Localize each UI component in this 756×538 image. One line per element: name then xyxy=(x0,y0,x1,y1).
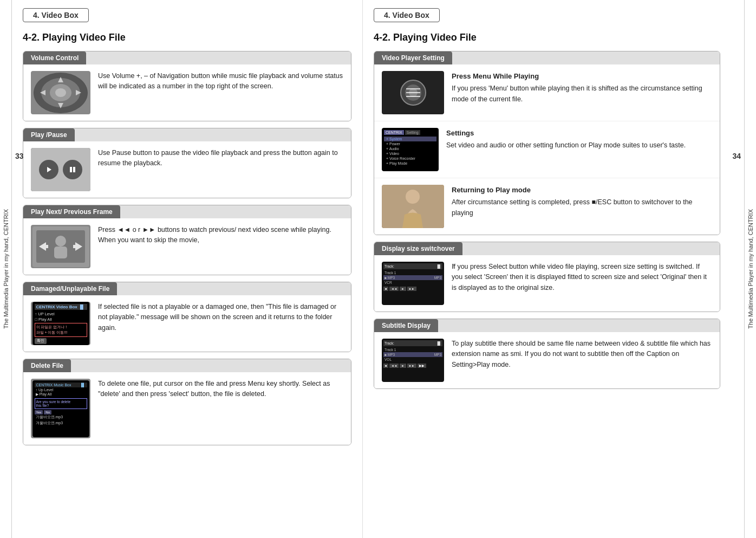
mb-file1: 가을바오연.mp3 xyxy=(35,414,87,420)
returning-title: Returning to Play mode xyxy=(452,185,712,196)
page-number-right: 34 xyxy=(732,152,741,160)
next-prev-visual xyxy=(32,226,89,267)
ds-btn4: ►► xyxy=(407,287,416,291)
play-next-prev-text: Press ◄◄ o r ►► buttons to watch previou… xyxy=(98,225,343,246)
svg-point-25 xyxy=(406,190,420,204)
fm-btn-ok: 확인 xyxy=(35,338,47,344)
menu-circle-svg xyxy=(400,79,427,106)
circle-icon xyxy=(400,79,427,106)
sub-btn3: ► xyxy=(400,364,406,368)
display-size-header: Display size switchover xyxy=(374,242,462,255)
svg-rect-17 xyxy=(73,245,75,248)
sub-row2: VOL xyxy=(383,357,442,362)
damaged-file-content: CENTRIX Video Box ▐▌ ↑ UP Level □ Play A… xyxy=(23,295,351,352)
right-page: 4. Video Box 4-2. Playing Video File Vid… xyxy=(363,0,731,538)
left-section-title: 4-2. Playing Video File xyxy=(23,32,351,43)
woman-svg xyxy=(382,185,444,228)
volume-control-header: Volume Control xyxy=(23,51,86,64)
settings-content: CENTRIX Setting + System + Power + Audio… xyxy=(374,121,720,178)
sub-row-sel: ■ MP3MP3 xyxy=(383,352,442,357)
delete-file-section: Delete File CENTRIX Music Box▐▌ ↑ Up Lev… xyxy=(23,359,351,445)
svg-point-12 xyxy=(55,236,66,247)
volume-control-content: Use Volume +, – of Navigation button whi… xyxy=(23,64,351,121)
svg-rect-10 xyxy=(73,167,75,172)
play-next-prev-header: Play Next/ Previous Frame xyxy=(23,205,120,218)
press-menu-text: Press Menu While Playing If you press 'M… xyxy=(452,71,712,105)
file-manager-screen: CENTRIX Video Box ▐▌ ↑ UP Level □ Play A… xyxy=(32,302,89,345)
confirm-dialog: Are you sure to deletethis file? xyxy=(35,398,87,409)
sub-btn2: ◄◄ xyxy=(389,364,399,368)
damaged-file-section: Damaged/Unplayable File CENTRIX Video Bo… xyxy=(23,282,351,352)
damaged-file-image: CENTRIX Video Box ▐▌ ↑ UP Level □ Play A… xyxy=(31,302,90,345)
subtitle-display-image: Track: ▐▌ Track 1 ■ MP3MP3 VOL ■ ◄◄ ► ►►… xyxy=(382,339,444,382)
sm-item-video: + Video xyxy=(384,151,436,156)
mb-file2: 겨울바오연.mp3 xyxy=(35,420,87,426)
sub-btn4: ►► xyxy=(407,364,416,368)
subtitle-screen: Track: ▐▌ Track 1 ■ MP3MP3 VOL ■ ◄◄ ► ►►… xyxy=(382,339,444,382)
page-number-left: 33 xyxy=(15,152,24,160)
play-icon xyxy=(39,160,58,179)
play-pause-section: Play /Pause Use Pause button t xyxy=(23,128,351,198)
ds-btn3: ► xyxy=(400,287,406,291)
sub-btn5: ▶▶ xyxy=(418,364,426,368)
nav-remote-image xyxy=(34,73,88,113)
yes-button: Yes xyxy=(35,410,43,414)
error-msg: 이 파일은 없거나 !파일 + 이동 이동!!! xyxy=(35,323,87,337)
svg-point-3 xyxy=(55,88,66,97)
play-next-prev-image xyxy=(31,225,90,268)
ds-buttons: ■ ◄◄ ► ►► xyxy=(383,287,442,291)
display-size-screen: Track: ▐▌ Track 1 ■ MP3MP3 VCR ■ ◄◄ ► ►► xyxy=(382,262,444,305)
side-label-left: The Multimedia Player in my hand, CENTRI… xyxy=(0,0,12,538)
display-size-text: ! If you press Select button while video… xyxy=(452,262,712,293)
mb-play-all: ▶ Play All xyxy=(35,392,87,397)
sub-buttons: ■ ◄◄ ► ►► ▶▶ xyxy=(383,364,442,368)
no-button: No xyxy=(44,410,51,414)
sub-row1: Track 1 xyxy=(383,347,442,352)
press-menu-content: Press Menu While Playing If you press 'M… xyxy=(374,64,720,121)
sub-header: Track: ▐▌ xyxy=(383,340,442,346)
press-menu-image xyxy=(382,71,444,114)
damaged-file-header: Damaged/Unplayable File xyxy=(23,282,117,295)
play-pause-image xyxy=(31,148,90,191)
settings-title: Settings xyxy=(446,128,712,139)
delete-file-header: Delete File xyxy=(23,359,71,372)
settings-screen: CENTRIX Setting + System + Power + Audio… xyxy=(382,128,439,171)
video-player-setting-header: Video Player Setting xyxy=(374,51,452,64)
display-size-image: Track: ▐▌ Track 1 ■ MP3MP3 VCR ■ ◄◄ ► ►► xyxy=(382,262,444,305)
ds-header: Track: ▐▌ xyxy=(383,263,442,269)
fm-header: CENTRIX Video Box ▐▌ xyxy=(35,304,87,310)
side-text-left: The Multimedia Player in my hand, CENTRI… xyxy=(3,209,9,329)
ds-btn2: ◄◄ xyxy=(389,287,399,291)
display-size-content: Track: ▐▌ Track 1 ■ MP3MP3 VCR ■ ◄◄ ► ►► xyxy=(374,255,720,312)
sm-item-audio: + Audio xyxy=(384,146,436,151)
video-player-setting-section: Video Player Setting xyxy=(374,51,720,235)
returning-image xyxy=(382,185,444,228)
display-size-section: Display size switchover Track: ▐▌ Track … xyxy=(374,242,720,312)
right-section-title: 4-2. Playing Video File xyxy=(374,32,720,43)
volume-control-text: Use Volume +, – of Navigation button whi… xyxy=(98,71,343,92)
sm-tab-bar: CENTRIX Setting xyxy=(384,130,436,135)
nav-pad-svg xyxy=(34,72,88,114)
play-next-prev-section: Play Next/ Previous Frame xyxy=(23,205,351,275)
play-pause-header: Play /Pause xyxy=(23,128,75,141)
music-box-screen: CENTRIX Music Box▐▌ ↑ Up Level ▶ Play Al… xyxy=(32,380,89,437)
settings-text: Settings Set video and audio or other se… xyxy=(446,128,712,151)
delete-file-image: CENTRIX Music Box▐▌ ↑ Up Level ▶ Play Al… xyxy=(31,379,90,438)
play-pause-content: Use Pause button to pause the video file… xyxy=(23,141,351,198)
damaged-file-text: If selected file is not a playable or a … xyxy=(98,302,343,333)
volume-control-section: Volume Control xyxy=(23,51,351,121)
svg-rect-16 xyxy=(46,245,48,248)
delete-file-text: To delete one file, put cursor on the fi… xyxy=(98,379,343,400)
svg-marker-8 xyxy=(47,167,51,172)
ds-row2: VCR xyxy=(383,280,442,285)
volume-control-image xyxy=(31,71,90,114)
left-page-tab: 4. Video Box xyxy=(23,8,89,22)
confirm-buttons: Yes No xyxy=(35,410,87,414)
subtitle-display-text: To play subtitle there should be same fi… xyxy=(452,339,712,370)
returning-text: Returning to Play mode After circumstanc… xyxy=(452,185,712,218)
sm-item-power: + Power xyxy=(384,141,436,146)
side-text-right: The Multimedia Player in my hand, CENTRI… xyxy=(747,209,754,329)
returning-content: Returning to Play mode After circumstanc… xyxy=(374,178,720,235)
sm-tab-setting: Setting xyxy=(405,130,420,135)
fm-row-2: □ Play All xyxy=(35,316,87,322)
